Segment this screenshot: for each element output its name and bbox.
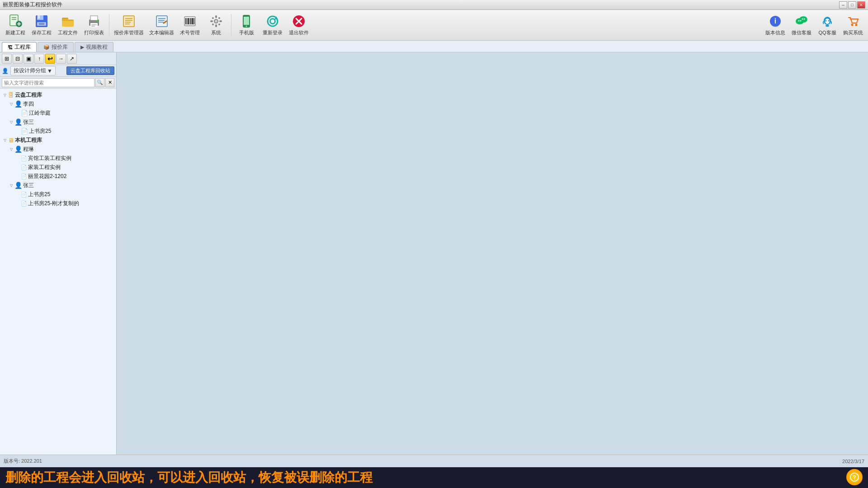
barcode-manager-label: 术号管理 [180,29,200,36]
buy-icon [846,14,860,28]
svg-rect-33 [189,18,190,24]
right-content-area [117,52,868,455]
tree-jiazhuang[interactable]: ▷ 📄 家装工程实例 [0,163,116,172]
buy-button[interactable]: 购买系统 [841,12,865,38]
local-zhangsan-toggle[interactable]: ▽ [8,182,14,188]
chenglin-toggle[interactable]: ▽ [8,146,14,152]
svg-rect-32 [188,18,189,24]
svg-rect-20 [123,16,134,27]
text-editor-button[interactable]: 文本编辑器 [147,12,176,38]
svg-rect-15 [90,16,98,20]
panel-btn-back[interactable]: ↩ [45,54,55,64]
exit-button[interactable]: 退出软件 [286,12,311,38]
tab-video[interactable]: ▶ 视频教程 [75,42,113,52]
search-button[interactable]: 🔍 [95,78,104,87]
chenglin-label: 程琳 [23,145,34,153]
tree-lijinghyuan[interactable]: ▷ 📄 丽景花园2-1202 [0,172,116,181]
svg-point-60 [799,16,807,23]
local-root-toggle[interactable]: ▽ [2,137,8,143]
minimize-button[interactable]: ─ [839,1,847,9]
jianglinghuating-label: 江岭华庭 [29,109,51,117]
main-content: ⊞ ⊟ ▣ ↑ ↩ → ↗ 👤 按设计师分组 ▼ 云盘工程库回收站 🔍 ✕ [0,52,868,455]
local-root-icon: 🖥 [8,137,14,144]
tab-project-label: 工程库 [14,43,31,51]
tree-local-root[interactable]: ▽ 🖥 本机工程库 [0,136,116,145]
tab-price[interactable]: 📦 报价库 [38,42,74,52]
print-button[interactable]: 打印报表 [81,12,107,38]
print-icon [87,14,101,28]
lisi-toggle[interactable]: ▽ [8,101,14,107]
panel-btn-7[interactable]: ↗ [67,54,77,64]
shushufang25-copy-icon: 📄 [21,201,27,206]
search-clear-button[interactable]: ✕ [105,78,114,87]
panel-btn-1[interactable]: ⊞ [2,54,12,64]
svg-point-71 [855,24,858,26]
panel-btn-3[interactable]: ▣ [24,54,33,64]
svg-rect-36 [193,18,194,24]
qq-icon [820,14,835,28]
tree-local-shushufang25[interactable]: ▷ 📄 上书房25 [0,190,116,199]
barcode-manager-icon [183,14,197,28]
cloud-recycle-button[interactable]: 云盘工程库回收站 [66,66,114,75]
report-manager-button[interactable]: 报价库管理器 [112,12,146,38]
group-selector[interactable]: 按设计师分组 ▼ [10,66,56,75]
tree-container: ▽ 🗄 云盘工程库 ▽ 👤 李四 ▷ 📄 江岭华庭 ▽ [0,89,116,455]
svg-rect-44 [218,17,221,19]
wechat-button[interactable]: 微信客服 [789,12,814,38]
tab-bar: 🏗 工程库 📦 报价库 ▶ 视频教程 [0,41,868,52]
tab-project-icon: 🏗 [8,45,13,50]
cloud-zhangsan-label: 张三 [23,118,34,126]
open-project-icon [61,14,75,28]
tree-local-shushufang25-copy[interactable]: ▷ 📄 上书房25-刚才复制的 [0,199,116,208]
qq-button[interactable]: QQ客服 [816,12,839,38]
text-editor-label: 文本编辑器 [149,29,174,36]
version-info-icon: i [768,14,783,28]
lijinghyuan-icon: 📄 [21,174,27,179]
close-button[interactable]: ✕ [857,1,865,9]
tree-cloud-lisi[interactable]: ▽ 👤 李四 [0,99,116,108]
tree-cloud-root[interactable]: ▽ 🗄 云盘工程库 [0,90,116,99]
tree-local-chenglin[interactable]: ▽ 👤 程琳 [0,145,116,154]
jianglinghuating-icon: 📄 [21,110,28,117]
cloud-zhangsan-toggle[interactable]: ▽ [8,119,14,125]
text-editor-icon [155,14,169,28]
svg-point-61 [798,20,800,22]
local-shushufang25-label: 上书房25 [28,191,50,198]
phone-button[interactable]: 手机版 [234,12,259,38]
svg-point-67 [826,20,827,22]
cloud-root-label: 云盘工程库 [15,91,42,99]
tab-project[interactable]: 🏗 工程库 [2,42,37,52]
refresh-button[interactable]: 重新登录 [260,12,285,38]
panel-btn-4[interactable]: ↑ [34,54,44,64]
tree-cloud-zhangsan[interactable]: ▽ 👤 张三 [0,117,116,127]
svg-point-19 [96,20,98,22]
tree-local-zhangsan[interactable]: ▽ 👤 张三 [0,181,116,190]
phone-icon [239,14,254,28]
save-project-icon [34,14,49,28]
barcode-manager-button[interactable]: 术号管理 [177,12,203,38]
lijinghyuan-label: 丽景花园2-1202 [28,173,66,180]
tree-binguan[interactable]: ▷ 📄 宾馆工装工程实例 [0,154,116,163]
tab-video-icon: ▶ [80,44,84,50]
save-project-button[interactable]: 保存工程 [29,12,54,38]
search-input[interactable] [2,78,94,87]
svg-point-70 [851,24,854,26]
version-info-button[interactable]: i 版本信息 [763,12,788,38]
report-manager-label: 报价库管理器 [114,29,144,36]
panel-btn-2[interactable]: ⊟ [13,54,23,64]
notification-text: 删除的工程会进入回收站，可以进入回收站，恢复被误删除的工程 [5,469,373,486]
cloud-root-toggle[interactable]: ▽ [2,92,8,98]
svg-rect-31 [187,18,187,24]
tree-jianglinghuating[interactable]: ▷ 📄 江岭华庭 [0,108,116,117]
new-project-button[interactable]: 新建工程 [3,12,28,38]
panel-btn-6[interactable]: → [56,54,66,64]
svg-point-62 [800,20,802,22]
system-icon [209,14,223,28]
tree-cloud-shushufang25[interactable]: ▷ 📄 上书房25 [0,127,116,136]
maximize-button[interactable]: □ [848,1,856,9]
system-button[interactable]: 系统 [203,12,229,38]
notification-bar: 删除的工程会进入回收站，可以进入回收站，恢复被误删除的工程 ? [0,467,868,488]
phone-label: 手机版 [239,29,254,36]
open-project-button[interactable]: 工程文件 [55,12,80,38]
shushufang25-copy-label: 上书房25-刚才复制的 [28,200,79,207]
